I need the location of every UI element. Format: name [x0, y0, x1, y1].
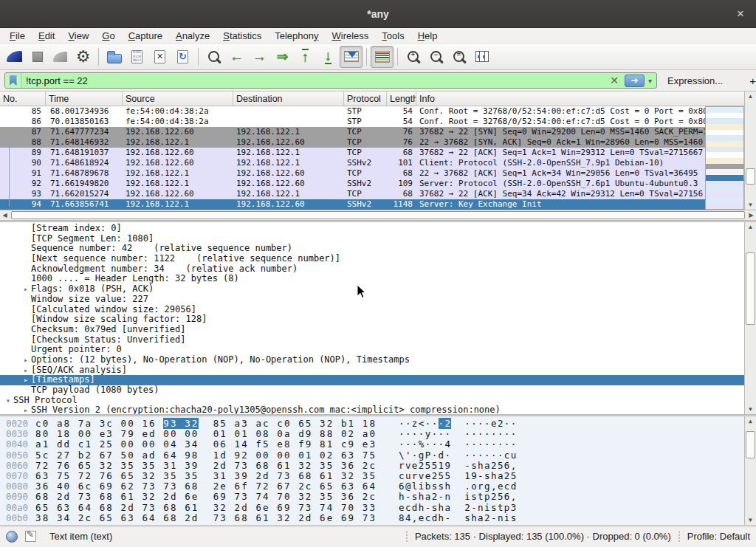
close-window-button[interactable]: ×: [732, 6, 749, 22]
expander-icon[interactable]: ▸: [21, 355, 31, 365]
detail-line[interactable]: 1000 .... = Header Length: 32 bytes (8): [0, 274, 744, 284]
colorize-button[interactable]: [371, 46, 394, 68]
detail-line[interactable]: ▸[SEQ/ACK analysis]: [0, 365, 744, 376]
save-file-button[interactable]: [126, 46, 148, 68]
column-header-source[interactable]: Source: [123, 92, 233, 106]
expander-icon[interactable]: ▸: [21, 284, 31, 295]
hex-row[interactable]: 006072 76 65 32 35 35 31 39 2d 73 68 61 …: [0, 461, 744, 471]
hex-row[interactable]: 00a065 63 64 68 2d 73 68 61 32 2d 6e 69 …: [0, 503, 744, 513]
expander-icon[interactable]: ▾: [3, 396, 13, 406]
zoom-in-button[interactable]: [402, 46, 425, 68]
detail-line[interactable]: Sequence number: 42 (relative sequence n…: [0, 244, 744, 254]
hex-row[interactable]: 003080 18 00 e3 79 ed 00 00 01 01 08 0a …: [0, 429, 744, 439]
menu-telephony[interactable]: Telephony: [268, 29, 325, 43]
column-header-length[interactable]: Length: [387, 92, 416, 106]
detail-line[interactable]: TCP payload (1080 bytes): [0, 385, 744, 396]
packet-row-94[interactable]: 9471.663856741192.168.122.1192.168.122.6…: [0, 199, 705, 210]
expert-info-icon[interactable]: [6, 531, 18, 543]
restart-capture-button[interactable]: [49, 46, 72, 68]
hex-row[interactable]: 009068 2d 73 68 61 32 2d 6e 69 73 74 70 …: [0, 492, 744, 502]
scroll-down-arrow-icon[interactable]: ▼: [745, 515, 756, 525]
menu-tools[interactable]: Tools: [375, 29, 410, 43]
scroll-down-arrow-icon[interactable]: ▼: [745, 200, 756, 210]
zoom-out-button[interactable]: [425, 46, 447, 68]
find-packet-button[interactable]: [202, 46, 225, 68]
scroll-down-arrow-icon[interactable]: ▼: [745, 405, 756, 414]
scroll-track[interactable]: [10, 210, 746, 220]
packet-list-minimap[interactable]: [705, 106, 744, 210]
detail-line[interactable]: Window size value: 227: [0, 295, 744, 305]
detail-line[interactable]: Acknowledgment number: 34 (relative ack …: [0, 264, 744, 275]
menu-view[interactable]: View: [61, 29, 95, 43]
display-filter-field[interactable]: ✕ ▾: [4, 72, 657, 89]
packet-row-87[interactable]: 8771.647777234192.168.122.60192.168.122.…: [0, 127, 705, 137]
auto-scroll-button[interactable]: [340, 46, 362, 68]
menu-go[interactable]: Go: [95, 29, 121, 43]
go-last-button[interactable]: [317, 46, 340, 68]
stop-capture-button[interactable]: [26, 46, 49, 68]
menu-wireless[interactable]: Wireless: [326, 29, 376, 43]
expander-icon[interactable]: ▸: [21, 375, 31, 385]
column-header-destination[interactable]: Destination: [233, 92, 344, 106]
detail-line[interactable]: ▸SSH Version 2 (encryption:chacha20-poly…: [0, 405, 744, 414]
reload-file-button[interactable]: [171, 46, 194, 68]
detail-line[interactable]: ▸Options: (12 bytes), No-Operation (NOP)…: [0, 355, 744, 365]
details-vscrollbar[interactable]: ▲ ▼: [744, 222, 756, 414]
close-file-button[interactable]: [148, 46, 171, 68]
packet-row-86[interactable]: 8670.013850163fe:54:00:d4:38:2aSTP54Conf…: [0, 117, 705, 127]
detail-line[interactable]: [TCP Segment Len: 1080]: [0, 234, 744, 244]
resize-columns-button[interactable]: [470, 46, 493, 68]
packet-row-88[interactable]: 8871.648146932192.168.122.1192.168.122.6…: [0, 137, 705, 148]
scroll-thumb[interactable]: [746, 168, 755, 184]
detail-line[interactable]: [Checksum Status: Unverified]: [0, 335, 744, 345]
filter-bookmark-button[interactable]: [5, 73, 21, 88]
zoom-100-button[interactable]: [447, 46, 470, 68]
scroll-up-arrow-icon[interactable]: ▲: [745, 416, 756, 426]
filter-dropdown-icon[interactable]: ▾: [647, 77, 656, 85]
go-forward-button[interactable]: [248, 46, 271, 68]
detail-line[interactable]: [Next sequence number: 1122 (relative se…: [0, 254, 744, 264]
scroll-track[interactable]: [745, 426, 756, 515]
capture-comment-icon[interactable]: [25, 531, 36, 542]
hex-vscrollbar[interactable]: ▲ ▼: [744, 416, 756, 525]
scroll-track[interactable]: [745, 232, 756, 405]
column-header-no[interactable]: No.: [0, 92, 46, 106]
hex-row[interactable]: 0020c0 a8 7a 3c 00 16 93 32 85 a3 ac c0 …: [0, 419, 744, 429]
column-header-protocol[interactable]: Protocol: [344, 92, 387, 106]
menu-file[interactable]: File: [3, 29, 32, 43]
detail-line[interactable]: [Calculated window size: 29056]: [0, 305, 744, 315]
detail-line[interactable]: [Window size scaling factor: 128]: [0, 314, 744, 325]
display-filter-input[interactable]: [21, 75, 606, 86]
packet-row-93[interactable]: 9371.662015274192.168.122.60192.168.122.…: [0, 189, 705, 199]
go-first-button[interactable]: [294, 46, 317, 68]
column-header-time[interactable]: Time: [46, 92, 123, 106]
add-filter-button[interactable]: +: [743, 75, 756, 87]
hex-row[interactable]: 008036 40 6c 69 62 73 73 68 2e 6f 72 67 …: [0, 481, 744, 492]
menu-help[interactable]: Help: [411, 29, 444, 43]
menu-edit[interactable]: Edit: [32, 29, 61, 43]
scroll-thumb[interactable]: [11, 211, 745, 219]
start-capture-button[interactable]: [3, 46, 26, 68]
column-header-info[interactable]: Info: [416, 92, 756, 106]
hex-row[interactable]: 00505c 27 b2 67 50 ad 64 98 1d 92 00 00 …: [0, 450, 744, 461]
packet-row-89[interactable]: 8971.648191037192.168.122.60192.168.122.…: [0, 148, 705, 158]
clear-filter-icon[interactable]: ✕: [606, 75, 622, 86]
packet-row-90[interactable]: 9071.648618924192.168.122.60192.168.122.…: [0, 158, 705, 168]
menu-statistics[interactable]: Statistics: [216, 29, 268, 43]
expander-icon[interactable]: ▸: [21, 405, 31, 414]
capture-options-button[interactable]: [72, 46, 94, 68]
detail-line[interactable]: Checksum: 0x79ed [unverified]: [0, 325, 744, 335]
detail-line[interactable]: ▸Flags: 0x018 (PSH, ACK): [0, 284, 744, 295]
detail-line[interactable]: ▸[Timestamps]: [0, 375, 744, 385]
menu-capture[interactable]: Capture: [122, 29, 169, 43]
go-back-button[interactable]: [225, 46, 248, 68]
detail-line[interactable]: [Stream index: 0]: [0, 224, 744, 234]
status-profile[interactable]: Profile: Default: [687, 531, 750, 542]
scroll-right-arrow-icon[interactable]: ▶: [746, 212, 756, 219]
hex-row[interactable]: 0040a1 dd c1 25 00 00 04 34 06 14 f5 e8 …: [0, 439, 744, 450]
go-to-packet-button[interactable]: [271, 46, 294, 68]
detail-line[interactable]: ▾SSH Protocol: [0, 396, 744, 406]
apply-filter-button[interactable]: [625, 75, 645, 87]
scroll-track[interactable]: [745, 101, 756, 200]
expander-icon[interactable]: ▸: [21, 365, 31, 376]
